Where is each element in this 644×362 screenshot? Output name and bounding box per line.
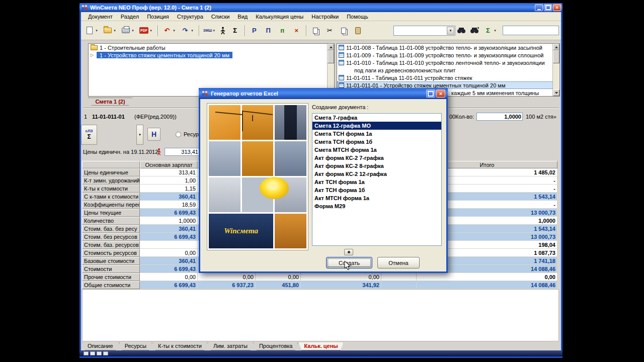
menu-item[interactable]: Структура <box>173 13 207 21</box>
header-cell[interactable] <box>82 161 140 168</box>
grid-cell[interactable]: 6 937,23 <box>198 281 256 289</box>
zmsh-button[interactable]: ЗМШ▾ <box>202 24 217 37</box>
report-type-listbox[interactable]: Смета 7-графкаСмета 12-графка МОСмета ТС… <box>312 113 442 246</box>
bottom-tab[interactable]: Кальк. цены <box>298 342 343 350</box>
catalog-item[interactable]: 11-01-008 - Таблица 11-01-008 устройство… <box>337 44 559 51</box>
bottom-tab[interactable]: Процентовка <box>254 342 298 350</box>
status-sheet-icon[interactable] <box>90 351 95 355</box>
open-button[interactable]: ▾ <box>101 24 118 37</box>
menu-item[interactable]: Документ <box>84 13 117 21</box>
title-bar[interactable]: WinСмета NEO Проф (вер. 12.0) - Смета 1 … <box>79 3 562 12</box>
bottom-tab[interactable]: Лим. затраты <box>208 342 253 350</box>
menu-item[interactable]: Калькуляция цены <box>252 13 307 21</box>
dialog-title-bar[interactable]: Генератор отчетов Excel × <box>199 88 448 99</box>
calc-mode-button[interactable]: сЛЗ Σ <box>81 125 97 145</box>
copy-button[interactable] <box>337 24 350 37</box>
report-type-item[interactable]: Акт МТСН форма 1а <box>312 194 441 202</box>
redo-button[interactable]: ↷▾ <box>179 24 196 37</box>
search-next-button[interactable] <box>468 24 480 37</box>
report-type-item[interactable]: Акт форма КС-2 12-графка <box>312 170 441 178</box>
catalog-scrollbar[interactable] <box>552 44 559 96</box>
cut-button[interactable]: ✂ <box>323 24 336 37</box>
status-sheet-icon[interactable] <box>84 351 89 355</box>
grid-cell[interactable]: 6 699,43 <box>140 281 198 289</box>
grid-cell[interactable]: 360,41 <box>140 257 198 265</box>
bottom-tab[interactable]: Ресурсы <box>119 342 152 350</box>
resource-radio[interactable] <box>176 132 181 137</box>
catalog-item[interactable]: 11-01-009 - Таблица 11-01-009 устройство… <box>337 51 559 59</box>
grid-cell[interactable]: 313,41 <box>140 168 198 176</box>
grid-cell[interactable]: 360,41 <box>140 193 198 201</box>
catalog-item[interactable]: 11-01-010 - Таблица 11-01-010 устройство… <box>337 59 559 66</box>
grid-cell[interactable]: 1,00 <box>140 176 198 185</box>
expander-icon[interactable]: ▷ <box>91 53 95 57</box>
grid-cell[interactable]: 360,41 <box>140 225 198 233</box>
quantity-input[interactable] <box>476 113 523 121</box>
menu-item[interactable]: Вид <box>233 13 252 21</box>
grid-cell[interactable]: 341,92 <box>301 281 381 289</box>
report-type-item[interactable]: Акт форма КС-2 7-графка <box>312 154 441 162</box>
bottom-tab[interactable]: К-ты к стоимости <box>152 342 207 350</box>
sheet-tab-smeta[interactable]: Смета 1 (2) <box>88 98 132 106</box>
catalog-item[interactable]: 11-01-011 - Таблица 11-01-011 устройство… <box>337 74 559 81</box>
cancel-button[interactable]: Отмена <box>377 257 420 268</box>
toolbar-search-input[interactable] <box>503 26 559 35</box>
grid-cell[interactable]: 0,00 <box>256 273 301 281</box>
grid-cell[interactable]: 0,00 <box>198 273 256 281</box>
menu-item[interactable]: Позиция <box>143 13 173 21</box>
sum-button[interactable]: Σ <box>228 24 242 37</box>
status-sheet-icon[interactable] <box>97 351 102 355</box>
delete-button[interactable]: × <box>290 24 303 37</box>
report-type-item[interactable]: Акт ТСН форма 1б <box>312 186 441 194</box>
search-button[interactable] <box>455 24 467 37</box>
walking-person-button[interactable] <box>218 24 227 37</box>
scroll-up-icon[interactable] <box>328 44 334 50</box>
report-type-item[interactable]: Смета ТСН форма 1а <box>312 130 441 138</box>
dialog-close-button[interactable]: × <box>436 89 445 98</box>
header-cell-osn-zarplata[interactable]: Основная зарплат <box>140 161 198 168</box>
grid-cell[interactable]: 6 699,43 <box>140 233 198 241</box>
grid-cell[interactable] <box>381 273 417 281</box>
report-type-item[interactable]: Смета МТСН форма 1а <box>312 146 441 154</box>
grid-cell[interactable]: 1,15 <box>140 185 198 193</box>
grid-cell[interactable] <box>140 241 198 249</box>
report-type-item[interactable]: Акт ТСН форма 1а <box>312 178 441 186</box>
grid-cell[interactable]: 1,0000 <box>140 217 198 225</box>
report-type-item[interactable]: Смета ТСН форма 1б <box>312 138 441 146</box>
print-button[interactable]: ▾ <box>119 24 136 37</box>
p-button[interactable]: П <box>262 24 275 37</box>
combobox-caret-icon[interactable]: ▾ <box>447 27 454 35</box>
menu-item[interactable]: Помощь <box>343 13 372 21</box>
report-type-item[interactable]: Смета 7-графка <box>312 114 441 122</box>
close-button[interactable]: × <box>553 4 561 11</box>
new-document-button[interactable]: ▾ <box>83 24 100 37</box>
report-type-item[interactable]: Форма М29 <box>312 202 441 210</box>
n-button[interactable]: Н <box>147 128 160 141</box>
grid-cell[interactable]: 0,00 <box>140 273 198 281</box>
catalog-item[interactable]: под лаги из древесноволокнистых плит <box>337 66 559 74</box>
r-button[interactable]: Р <box>248 24 261 37</box>
minimize-button[interactable] <box>535 4 543 11</box>
report-type-item[interactable]: Смета 12-графка МО <box>312 122 441 130</box>
tree-selected-item[interactable]: ▷ 1 - Устройство стяжек цементных толщин… <box>89 51 334 59</box>
grid-cell[interactable]: 6 699,43 <box>140 209 198 217</box>
pdf-export-button[interactable]: PDF▾ <box>137 24 154 37</box>
maximize-button[interactable] <box>544 4 552 11</box>
grid-cell[interactable]: 6 699,43 <box>140 265 198 273</box>
tree-root-item[interactable]: 1 - Строительные работы <box>89 44 334 51</box>
grid-cell[interactable]: 451,80 <box>256 281 301 289</box>
sum-select-button[interactable]: Σ▾ <box>481 24 499 37</box>
grid-cell[interactable] <box>381 281 417 289</box>
scroll-thumb[interactable] <box>553 50 559 63</box>
grid-cell[interactable]: 0,00 <box>301 273 381 281</box>
undo-button[interactable]: ↶▾ <box>160 24 178 37</box>
toolbar-combobox[interactable]: ▾ <box>393 26 455 36</box>
scroll-up-icon[interactable] <box>553 44 559 50</box>
menu-item[interactable]: Раздел <box>117 13 143 21</box>
paste-button[interactable] <box>351 24 364 37</box>
menu-item[interactable]: Списки <box>207 13 234 21</box>
report-type-item[interactable]: Акт форма КС-2 8-графка <box>312 162 441 170</box>
copy-position-button[interactable] <box>309 24 322 37</box>
dialog-restore-button[interactable] <box>426 89 435 98</box>
grid-cell[interactable]: 18,59 <box>140 201 198 209</box>
